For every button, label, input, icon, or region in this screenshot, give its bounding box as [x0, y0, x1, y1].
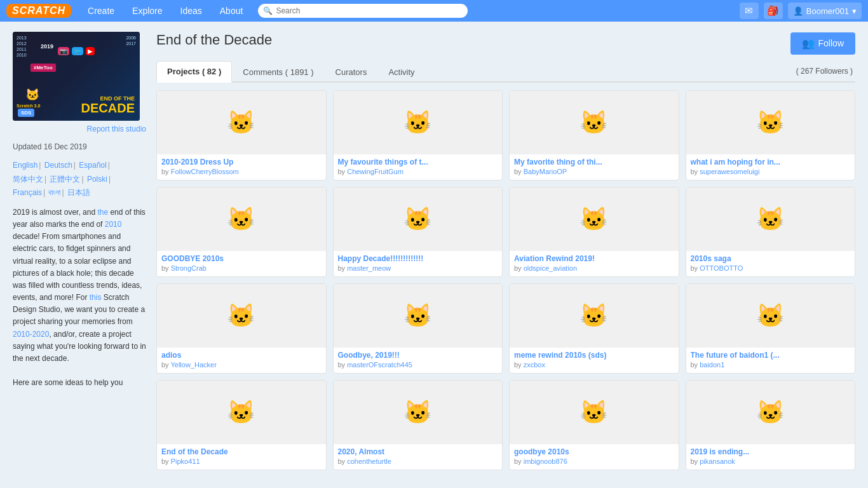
project-card[interactable]: 🐱 The future of baidon1 (... by baidon1: [686, 283, 856, 374]
the-link[interactable]: the: [97, 208, 108, 217]
years-link[interactable]: 2010-2020: [13, 330, 49, 339]
author-link[interactable]: masterOFscratch445: [347, 361, 412, 369]
project-card[interactable]: 🐱 GOODBYE 2010s by StrongCrab: [156, 187, 327, 277]
project-card[interactable]: 🐱 2010s saga by OTTOBOTTO: [686, 187, 856, 277]
project-thumbnail: 🐱: [686, 381, 855, 444]
mail-icon-button[interactable]: ✉: [740, 3, 759, 19]
author-link[interactable]: baidon1: [700, 361, 724, 369]
lang-deutsch[interactable]: Deutsch: [44, 161, 72, 170]
year-2006: 2006: [126, 36, 136, 40]
project-title: meme rewind 2010s (sds): [514, 351, 674, 360]
project-title: My favourite things of t...: [338, 158, 498, 166]
project-info: My favorite thing of thi... by BabyMario…: [510, 154, 679, 180]
user-menu-button[interactable]: 👤 Boomer001 ▾: [788, 3, 862, 19]
project-card[interactable]: 🐱 My favourite things of t... by Chewing…: [333, 90, 503, 180]
bag-icon-button[interactable]: 🎒: [764, 3, 783, 19]
scratch-3-label: Scratch 3.0: [17, 104, 40, 108]
main-content: End of the Decade 👥 Follow Projects ( 82…: [156, 32, 855, 470]
project-title: 2019 is ending...: [691, 447, 851, 456]
search-input[interactable]: [258, 4, 468, 18]
follow-button[interactable]: 👥 Follow: [790, 32, 855, 55]
year-2013: 2013: [17, 36, 27, 40]
decade-text: END OF THE DECADE: [81, 95, 135, 114]
project-title: Aviation Rewind 2019!: [514, 254, 674, 263]
scratch-logo[interactable]: SCRATCH: [6, 4, 71, 18]
project-title: 2020, Almost: [338, 447, 498, 456]
year-2017: 2017: [126, 41, 136, 46]
project-card[interactable]: 🐱 2019 is ending... by pikansanok: [686, 380, 856, 470]
nav-ideas[interactable]: Ideas: [172, 0, 211, 22]
lang-bengali[interactable]: বাংলা: [48, 188, 60, 197]
author-link[interactable]: zxcbox: [524, 361, 545, 369]
project-author: by superawesomeluigi: [691, 168, 851, 175]
project-title: 2010-2019 Dress Up: [161, 158, 322, 166]
author-link[interactable]: pikansanok: [700, 458, 735, 465]
project-card[interactable]: 🐱 My favorite thing of thi... by BabyMar…: [509, 90, 679, 180]
project-card[interactable]: 🐱 meme rewind 2010s (sds) by zxcbox: [509, 283, 679, 374]
lang-espanol[interactable]: Español: [79, 161, 106, 170]
project-card[interactable]: 🐱 2020, Almost by cohentheturtle: [333, 380, 503, 470]
project-card[interactable]: 🐱 Goodbye, 2019!!! by masterOFscratch445: [333, 283, 503, 374]
sds-badge: SDS: [18, 109, 34, 117]
follow-icon: 👥: [802, 37, 815, 50]
author-link[interactable]: Pipko411: [171, 458, 200, 465]
project-title: 2010s saga: [691, 254, 851, 263]
project-author: by masterOFscratch445: [338, 361, 498, 369]
author-link[interactable]: Yellow_Hacker: [170, 361, 216, 369]
project-thumbnail: 🐱: [334, 187, 503, 251]
author-link[interactable]: imbignoob876: [524, 458, 567, 465]
lang-japanese[interactable]: 日本語: [67, 188, 90, 197]
lang-english[interactable]: English: [13, 161, 37, 170]
lang-polski[interactable]: Polski: [87, 175, 107, 184]
year-2012: 2012: [17, 41, 27, 46]
author-link[interactable]: cohentheturtle: [347, 458, 391, 465]
author-link[interactable]: oldspice_aviation: [524, 264, 577, 272]
page-content: 2013 2012 2011 2010 2006 2017 📷 🐦 ▶ #MeT…: [0, 22, 868, 480]
studio-title: End of the Decade: [156, 32, 272, 48]
project-thumbnail: 🐱: [157, 284, 326, 348]
project-thumbnail: 🐱: [686, 187, 855, 251]
author-link[interactable]: FollowCherryBlossom: [171, 168, 239, 175]
project-card[interactable]: 🐱 End of the Decade by Pipko411: [156, 380, 327, 470]
author-link[interactable]: superawesomeluigi: [700, 168, 759, 175]
project-author: by BabyMarioOP: [514, 168, 674, 175]
sidebar: 2013 2012 2011 2010 2006 2017 📷 🐦 ▶ #MeT…: [13, 32, 146, 470]
author-link[interactable]: OTTOBOTTO: [700, 264, 743, 272]
nav-explore[interactable]: Explore: [123, 0, 171, 22]
author-link[interactable]: ChewingFruitGum: [347, 168, 403, 175]
project-info: 2010-2019 Dress Up by FollowCherryBlosso…: [157, 154, 326, 180]
project-card[interactable]: 🐱 goodbye 2010s by imbignoob876: [509, 380, 679, 470]
author-link[interactable]: BabyMarioOP: [524, 168, 567, 175]
tab-activity[interactable]: Activity: [377, 62, 425, 82]
project-card[interactable]: 🐱 Aviation Rewind 2019! by oldspice_avia…: [509, 187, 679, 277]
lang-traditional-chinese[interactable]: 正體中文: [50, 175, 80, 184]
project-author: by OTTOBOTTO: [691, 264, 851, 272]
language-links: English| Deutsch| Español| 简体中文| 正體中文| P…: [13, 159, 146, 200]
project-title: GOODBYE 2010s: [161, 254, 322, 263]
lang-francais[interactable]: Français: [13, 188, 42, 197]
lang-simplified-chinese[interactable]: 简体中文: [13, 175, 43, 184]
nav-right: ✉ 🎒 👤 Boomer001 ▾: [740, 3, 862, 19]
report-studio-link[interactable]: Report this studio: [13, 125, 146, 133]
project-author: by baidon1: [691, 361, 851, 369]
decade-link[interactable]: 2010: [105, 220, 122, 229]
author-link[interactable]: master_meow: [347, 264, 391, 272]
this-link[interactable]: this: [90, 293, 102, 302]
project-title: Goodbye, 2019!!!: [338, 351, 498, 360]
project-info: My favourite things of t... by ChewingFr…: [334, 154, 503, 180]
tab-comments[interactable]: Comments ( 1891 ): [232, 62, 324, 82]
search-icon: 🔍: [263, 6, 273, 15]
project-author: by ChewingFruitGum: [338, 168, 498, 175]
tab-projects[interactable]: Projects ( 82 ): [156, 61, 232, 83]
author-link[interactable]: StrongCrab: [171, 264, 207, 272]
project-card[interactable]: 🐱 Happy Decade!!!!!!!!!!!!! by master_me…: [333, 187, 503, 277]
project-card[interactable]: 🐱 what i am hoping for in... by superawe…: [686, 90, 856, 180]
tab-curators[interactable]: Curators: [325, 62, 378, 82]
nav-create[interactable]: Create: [79, 0, 123, 22]
project-info: meme rewind 2010s (sds) by zxcbox: [510, 348, 679, 373]
project-card[interactable]: 🐱 adios by Yellow_Hacker: [156, 283, 327, 374]
nav-about[interactable]: About: [211, 0, 252, 22]
project-title: what i am hoping for in...: [691, 158, 851, 166]
project-card[interactable]: 🐱 2010-2019 Dress Up by FollowCherryBlos…: [156, 90, 327, 180]
project-info: 2010s saga by OTTOBOTTO: [686, 251, 855, 276]
